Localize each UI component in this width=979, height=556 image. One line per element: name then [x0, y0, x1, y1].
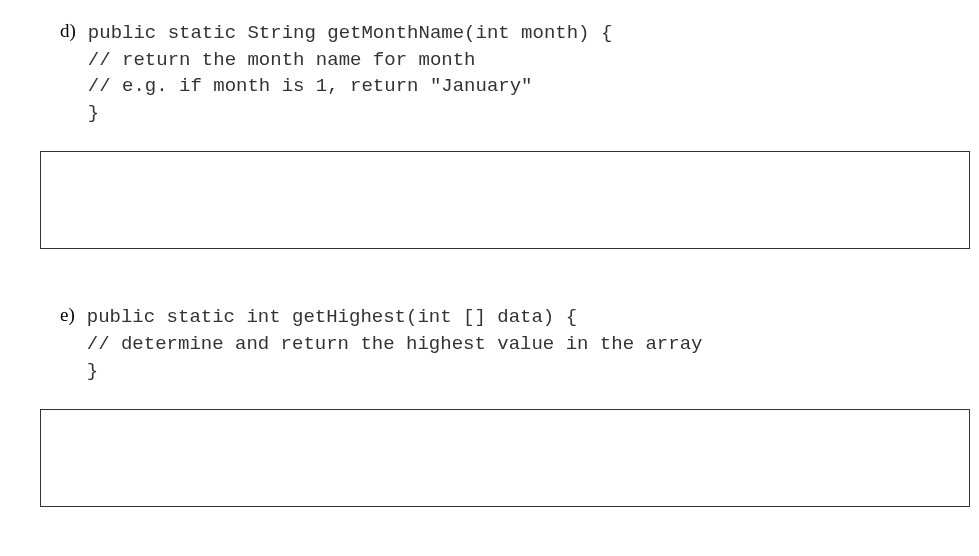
question-d-code: public static String getMonthName(int mo… — [88, 20, 613, 126]
question-e-header: e) public static int getHighest(int [] d… — [60, 304, 949, 384]
answer-box-e[interactable] — [40, 409, 970, 507]
question-d: d) public static String getMonthName(int… — [30, 20, 949, 249]
question-d-label: d) — [60, 20, 76, 42]
question-e: e) public static int getHighest(int [] d… — [30, 304, 949, 507]
answer-box-d[interactable] — [40, 151, 970, 249]
question-d-header: d) public static String getMonthName(int… — [60, 20, 949, 126]
question-e-code: public static int getHighest(int [] data… — [87, 304, 703, 384]
question-e-label: e) — [60, 304, 75, 326]
